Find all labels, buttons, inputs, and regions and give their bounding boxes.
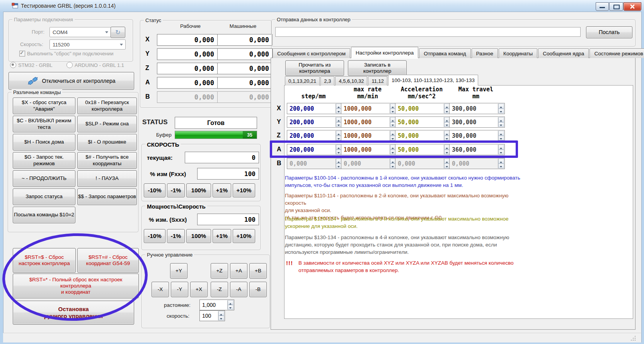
rst-settings-button[interactable]: $RST=$ - Сброс настроек контрллера — [13, 248, 76, 273]
jog-plus-y-button[interactable]: +Y — [170, 263, 187, 279]
feed-percent-field[interactable]: 100 — [197, 168, 259, 180]
rst-all-button[interactable]: $RST=* - Полный сброс всех настроек конт… — [13, 274, 139, 298]
jog-plus-z-button[interactable]: +Z — [211, 263, 228, 279]
a-maxrate-field[interactable]: 1000,000 — [341, 144, 397, 155]
tab-controller-settings[interactable]: Настройки контроллера — [351, 47, 418, 58]
tab-core-messages[interactable]: Сообщения ядра — [538, 48, 589, 58]
tab-controller-messages[interactable]: Сообщения с контроллером — [273, 48, 350, 58]
subtab-4-5-6-10-32[interactable]: 4,5,6,10,32 — [335, 76, 367, 86]
feed-current-label: текущая: — [147, 154, 172, 161]
read-from-controller-button[interactable]: Прочитать из контроллера — [285, 60, 344, 76]
connection-group-title: Параметры подключения — [12, 17, 75, 22]
y-maxrate-field[interactable]: 1000,000 — [341, 116, 397, 128]
x-accel-field[interactable]: 50,000 — [395, 103, 451, 114]
cmd-send-10-button[interactable]: Посылка команды $10=2 — [13, 207, 75, 223]
send-command-input[interactable] — [275, 27, 581, 37]
spinner[interactable] — [498, 117, 504, 127]
power-group-title: Мощность\Скорость — [145, 203, 207, 210]
a-travel-value: 360,000 — [452, 146, 476, 153]
z-step-field[interactable]: 200,000 — [287, 130, 342, 141]
feed-minus1-button[interactable]: -1% — [167, 183, 185, 197]
cmd-home-button[interactable]: $H - Поиск дома — [13, 134, 75, 151]
a-step-field[interactable]: 200,000 — [287, 144, 342, 155]
close-button[interactable] — [624, 2, 641, 11]
x-travel-field[interactable]: 300,000 — [449, 103, 505, 114]
resize-grip-icon[interactable] — [630, 335, 635, 341]
spinner[interactable] — [498, 131, 504, 140]
cmd-check-mode-button[interactable]: $C - ВКЛ/ВЫКЛ режим теста — [13, 116, 75, 132]
feed-plus1-button[interactable]: +1% — [213, 183, 231, 197]
cmd-resume-button[interactable]: ~ - ПРОДОЛЖИТЬ — [13, 170, 75, 187]
power-plus1-button[interactable]: +1% — [213, 229, 231, 243]
feed-plus10-button[interactable]: +10% — [233, 183, 255, 197]
row-a-label: A — [277, 146, 281, 153]
subtab-11-12[interactable]: 11,12 — [368, 76, 387, 86]
jog-distance-field[interactable]: 1,000 — [199, 300, 234, 310]
radio-arduino-label: ARDUINO - GRBL 1.1 — [75, 62, 124, 68]
y-travel-field[interactable]: 300,000 — [449, 116, 505, 128]
b-working-field: 0,000 — [157, 91, 218, 103]
jog-distance-spinner[interactable] — [227, 300, 233, 310]
cmd-params-query-button[interactable]: $$ - Запрос параметров — [77, 188, 137, 205]
power-minus10-button[interactable]: -10% — [144, 229, 165, 243]
send-button[interactable]: Послать — [586, 26, 632, 38]
baud-select: 115200 — [49, 39, 126, 50]
radio-stm32-label: STM32 - GRBL — [18, 62, 53, 68]
x-maxrate-field[interactable]: 1000,000 — [341, 103, 397, 114]
rst-coords-button[interactable]: $RST=# - Сброс координат G54-59 — [77, 248, 139, 273]
header-acceleration: Acceleration mm/sec^2 — [395, 85, 448, 100]
minimize-button[interactable] — [596, 2, 609, 11]
feed-minus10-button[interactable]: -10% — [144, 183, 165, 197]
jog-plus-x-button[interactable]: +X — [190, 282, 208, 297]
y-step-field[interactable]: 200,000 — [287, 116, 342, 128]
z-accel-field[interactable]: 50,000 — [395, 130, 451, 141]
jog-speed-spinner[interactable] — [218, 311, 224, 320]
warning-text: В зависимости от количества осей XYZ или… — [298, 259, 515, 274]
y-accel-field[interactable]: 50,000 — [395, 116, 451, 128]
tab-modes-state[interactable]: Состояние режимов — [589, 48, 644, 58]
commands-group-title: Различные команды — [12, 89, 62, 95]
cmd-firmware-info-button[interactable]: $I - О прошивке — [77, 134, 137, 151]
cmd-sleep-button[interactable]: $SLP - Режим сна — [77, 116, 137, 132]
tab-misc[interactable]: Разное — [472, 48, 498, 58]
title-bar: Тестирование GRBL (версия 1.0.0.14) — [0, 0, 644, 12]
jog-distance-value: 1,000 — [202, 302, 216, 308]
subtab-2-3[interactable]: 2,3 — [320, 76, 334, 86]
power-100-button[interactable]: 100% — [186, 229, 211, 243]
jog-minus-x-button[interactable]: -X — [152, 282, 169, 297]
spinner[interactable] — [498, 145, 504, 154]
jog-speed-field[interactable]: 100 — [199, 310, 225, 321]
cmd-reset-controller-button[interactable]: 0x18 - Перезапуск контроллера — [77, 98, 137, 114]
cmd-pause-button[interactable]: ! - ПАУЗА — [77, 170, 137, 187]
disconnect-button[interactable]: Отключиться от контроллера — [9, 72, 134, 90]
jog-minus-y-button[interactable]: -Y — [171, 282, 188, 297]
jog-plus-b-button[interactable]: +B — [249, 263, 267, 279]
a-maxrate-value: 1000,000 — [344, 146, 371, 153]
stop-manual-button[interactable]: Остановка ручного управления — [13, 301, 134, 325]
cmd-status-query-button[interactable]: Запрос статуса — [13, 188, 75, 205]
jog-minus-a-button[interactable]: -A — [230, 282, 247, 297]
a-travel-field[interactable]: 360,000 — [449, 144, 505, 155]
z-maxrate-field[interactable]: 1000,000 — [341, 130, 397, 141]
cmd-gcode-state-button[interactable]: $G - Запрос тек. режимов — [13, 152, 75, 169]
spinner[interactable] — [498, 104, 504, 113]
jog-minus-z-button[interactable]: -Z — [211, 282, 228, 297]
cmd-get-coords-button[interactable]: $# - Получить все координаты — [77, 152, 137, 169]
x-step-field[interactable]: 200,000 — [287, 103, 342, 114]
power-plus10-button[interactable]: +10% — [233, 229, 255, 243]
cmd-unlock-button[interactable]: $X - сброс статуса "Авария" — [13, 98, 75, 114]
jog-minus-b-button[interactable]: -B — [249, 282, 267, 297]
subtab-100-133[interactable]: 100-103, 110-113,120-123, 130-133 — [388, 75, 478, 86]
write-to-controller-button[interactable]: Записать в контроллер — [348, 60, 407, 76]
jog-speed-value: 100 — [202, 313, 211, 319]
power-minus1-button[interactable]: -1% — [167, 229, 185, 243]
tab-coordinates[interactable]: Координаты — [499, 48, 537, 58]
z-travel-field[interactable]: 300,000 — [449, 130, 505, 141]
feed-100-button[interactable]: 100% — [186, 183, 211, 197]
subtab-0-1-13-20-21[interactable]: 0,1,13,20,21 — [285, 76, 320, 86]
maximize-button[interactable] — [609, 2, 623, 11]
power-percent-field[interactable]: 100 — [197, 214, 259, 225]
tab-send-commands[interactable]: Отправка команд — [419, 48, 470, 58]
a-accel-field[interactable]: 50,000 — [395, 144, 451, 155]
jog-plus-a-button[interactable]: +A — [230, 263, 247, 279]
